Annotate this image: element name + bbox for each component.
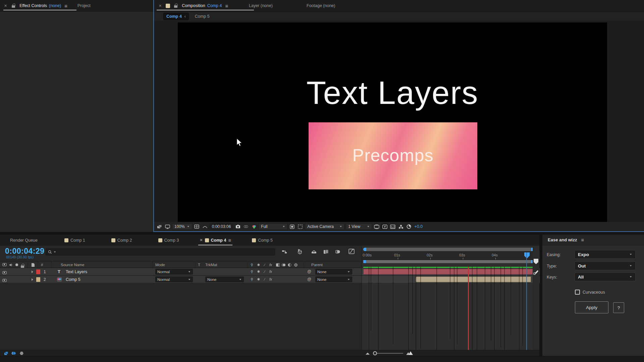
comp-marker-bin-icon[interactable] (534, 259, 538, 264)
current-timecode[interactable]: 0:00:04:29 (5, 247, 45, 256)
eye-icon[interactable] (2, 278, 7, 283)
parent-dropdown[interactable]: None▼ (315, 269, 352, 275)
quill-marker-icon[interactable] (533, 270, 539, 275)
easing-dropdown[interactable]: Expo▼ (575, 250, 636, 259)
layer-bar-comp5[interactable] (416, 277, 531, 282)
tab-comp5[interactable]: Comp 5 (249, 235, 275, 246)
tab-comp2[interactable]: Comp 2 (109, 235, 135, 246)
safe-zones-icon[interactable] (373, 224, 380, 230)
parent-dropdown[interactable]: None▼ (315, 277, 352, 282)
tab-footage[interactable]: Footage (none) (307, 3, 335, 8)
column-number[interactable]: # (41, 263, 43, 267)
layer-label-color[interactable] (36, 269, 40, 274)
zoom-in-mountains-icon[interactable] (406, 351, 413, 355)
trkmat-dropdown[interactable]: None▼ (205, 277, 244, 282)
panel-menu-icon[interactable]: ≡ (225, 3, 228, 8)
shy-toggle[interactable]: ⚲ (249, 269, 255, 274)
time-ruler[interactable]: 0:00s 01s 02s 03s 04s (362, 251, 540, 260)
column-parent[interactable]: Parent (311, 263, 323, 267)
layer-row-1[interactable]: 1 T Text Layers Normal▼ ⚲ ✱ ∕ fx @ None▼ (0, 268, 362, 276)
graph-editor-icon[interactable] (348, 248, 355, 254)
grid-guides-icon[interactable] (194, 224, 200, 230)
help-button[interactable]: ? (613, 302, 624, 313)
motion-blur-column-icon[interactable] (282, 263, 286, 267)
quality-toggle[interactable]: ∕ (262, 277, 268, 281)
magnification-dropdown[interactable]: 100%▼ (172, 223, 192, 230)
column-source-name[interactable]: Source Name (61, 263, 84, 267)
fx-toggle[interactable]: fx (268, 269, 274, 274)
quality-toggle[interactable]: ∕ (262, 269, 268, 274)
reset-exposure-icon[interactable] (406, 224, 412, 230)
parent-pickwhip-icon[interactable]: @ (307, 269, 311, 274)
layer-switches-toggle-icon[interactable] (4, 351, 8, 355)
work-area-start-handle[interactable] (363, 260, 366, 263)
timeline-graph-area[interactable]: 0:00s 01s 02s 03s 04s (362, 246, 539, 356)
tab-comp4-active[interactable]: ✕ Comp 4 ≡ (197, 235, 234, 246)
panel-menu-icon[interactable]: ≡ (64, 3, 67, 8)
channels-icon[interactable] (251, 224, 257, 230)
eye-icon[interactable] (2, 270, 7, 275)
viewer-tab-comp5[interactable]: Comp 5 (195, 14, 210, 19)
keys-dropdown[interactable]: All▼ (575, 273, 636, 281)
label-column-icon[interactable] (31, 263, 35, 267)
lock-column-icon[interactable] (21, 264, 24, 268)
view-layout-dropdown[interactable]: 1 View▼ (346, 223, 372, 230)
blend-mode-dropdown[interactable]: Normal▼ (155, 277, 193, 282)
layer-bar-text-layers[interactable] (363, 269, 534, 275)
region-of-interest-icon[interactable] (297, 224, 304, 230)
tab-comp1[interactable]: Comp 1 (62, 235, 88, 246)
close-icon[interactable]: ✕ (159, 4, 162, 8)
type-dropdown[interactable]: Out▼ (575, 261, 636, 270)
curvaceous-checkbox[interactable] (575, 290, 580, 295)
collapse-toggle[interactable]: ✱ (256, 277, 262, 281)
playhead-handle[interactable] (524, 252, 530, 258)
tab-comp3[interactable]: Comp 3 (156, 235, 182, 246)
3d-layer-column-icon[interactable] (294, 263, 298, 267)
viewer-timecode[interactable]: 0:00:03:06 (210, 223, 233, 230)
monitor-icon[interactable] (164, 224, 171, 230)
shy-toggle[interactable]: ⚲ (249, 277, 255, 281)
mini-flowchart-icon[interactable] (281, 249, 288, 255)
viewer-tab-comp4[interactable]: Comp 4 ‹ (163, 13, 189, 20)
viewer-area[interactable]: Text Layers Precomps (154, 21, 644, 222)
layer-label-color[interactable] (36, 277, 40, 282)
motion-blur-icon[interactable] (334, 249, 341, 255)
expand-arrow-icon[interactable] (32, 278, 33, 281)
parent-pickwhip-icon[interactable]: @ (307, 277, 311, 282)
transfer-controls-toggle-icon[interactable] (11, 351, 16, 355)
resolution-dropdown[interactable]: Full▼ (259, 223, 287, 230)
shy-layers-icon[interactable] (311, 249, 317, 255)
close-icon[interactable]: ✕ (4, 4, 7, 8)
camera-view-dropdown[interactable]: Active Camera▼ (305, 223, 344, 230)
flowchart-icon[interactable] (397, 224, 404, 230)
scrollbar-left-handle[interactable] (363, 248, 366, 251)
blend-mode-dropdown[interactable]: Normal▼ (155, 269, 193, 275)
audio-column-icon[interactable] (9, 263, 13, 267)
timeline-zoom-track[interactable] (373, 353, 403, 354)
effect-controls-tab-title[interactable]: Effect Controls (19, 3, 47, 8)
layer-name[interactable]: Text Layers (66, 269, 87, 274)
tab-layer[interactable]: Layer (none) (249, 3, 273, 8)
show-snapshot-icon[interactable] (243, 224, 249, 230)
column-mode[interactable]: Mode (155, 263, 165, 267)
search-field[interactable]: ▼ (46, 248, 275, 255)
timeline-horizontal-scrollbar[interactable] (363, 248, 534, 251)
expand-arrow-icon[interactable] (32, 270, 33, 273)
collapse-column-icon[interactable]: ✱ (256, 263, 262, 267)
layer-name[interactable]: Comp 5 (66, 277, 80, 282)
column-trkmat[interactable]: TrkMat (205, 263, 217, 267)
chevron-left-icon[interactable]: ‹ (184, 14, 186, 19)
fx-column-icon[interactable]: fx (268, 263, 274, 267)
collapse-toggle[interactable]: ✱ (256, 269, 262, 274)
snapshot-icon[interactable] (234, 224, 241, 230)
panel-menu-icon[interactable]: ≡ (228, 238, 231, 243)
solo-column-icon[interactable] (15, 263, 18, 266)
fx-toggle[interactable]: fx (268, 277, 274, 281)
lock-icon[interactable] (174, 4, 178, 8)
frame-blend-column-icon[interactable] (276, 263, 280, 267)
exposure-value[interactable]: +0.0 (414, 224, 423, 229)
fast-previews-icon[interactable] (381, 224, 388, 230)
lock-icon[interactable] (12, 4, 15, 8)
in-out-panes-toggle-icon[interactable] (19, 351, 24, 355)
adjustment-layer-column-icon[interactable] (288, 263, 291, 267)
